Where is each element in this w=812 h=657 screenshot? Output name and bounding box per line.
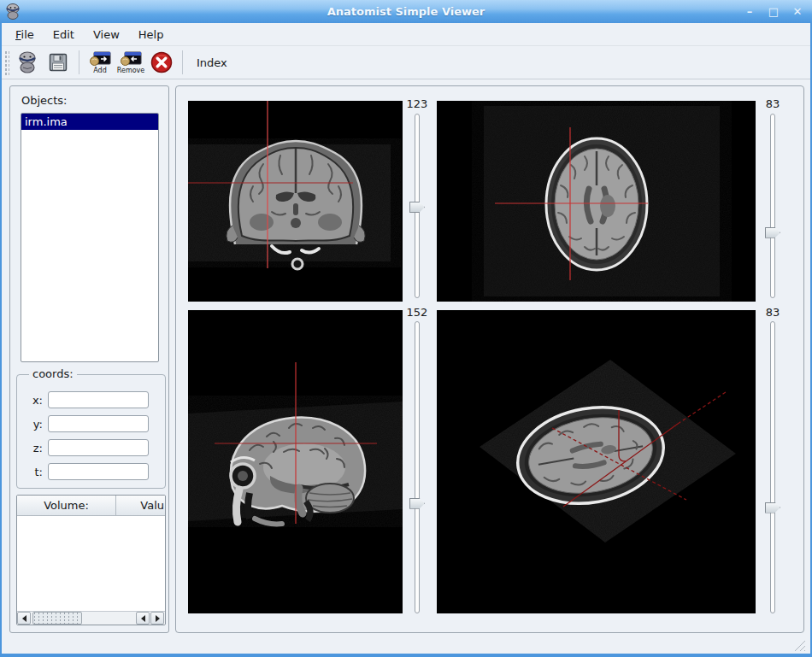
add-object-icon <box>89 51 111 67</box>
remove-object-icon <box>120 51 142 67</box>
x-field[interactable] <box>48 391 149 408</box>
delete-button[interactable] <box>146 48 177 77</box>
slider-handle[interactable] <box>765 502 780 513</box>
x-label: x: <box>17 394 43 407</box>
coronal-slice-slider: 123 <box>403 97 431 298</box>
right-arrow-icon <box>156 615 160 622</box>
add-button-label: Add <box>93 67 107 74</box>
menu-file[interactable]: File <box>7 26 43 44</box>
slider-track[interactable] <box>415 114 420 298</box>
z-field[interactable] <box>48 439 149 456</box>
sagittal-slice-slider: 152 <box>403 306 431 613</box>
axial-view[interactable] <box>437 101 756 302</box>
save-icon <box>48 52 68 73</box>
left-arrow-icon <box>141 615 145 622</box>
axial-view-image[interactable] <box>437 101 756 302</box>
scrollbar-thumb[interactable] <box>32 612 82 625</box>
titlebar[interactable]: Anatomist Simple Viewer – □ ✕ <box>0 0 812 23</box>
table-body <box>17 516 165 612</box>
sagittal-slice-value: 152 <box>403 306 431 320</box>
y-field[interactable] <box>48 415 149 432</box>
index-label: Index <box>197 56 227 69</box>
t-field[interactable] <box>48 463 149 480</box>
scroll-left-button[interactable] <box>17 612 31 625</box>
slider-track[interactable] <box>770 321 775 613</box>
menu-edit[interactable]: Edit <box>44 26 83 44</box>
maximize-button[interactable]: □ <box>766 4 781 20</box>
sagittal-brain <box>231 418 365 525</box>
window-title: Anatomist Simple Viewer <box>0 5 812 18</box>
resize-grip[interactable] <box>793 639 805 651</box>
app-window: Anatomist Simple Viewer – □ ✕ File Edit … <box>0 0 812 657</box>
toolbar-separator <box>79 50 79 74</box>
volume-column-header[interactable]: Volume: <box>17 496 116 516</box>
list-item[interactable]: irm.ima <box>21 114 158 130</box>
close-button[interactable]: ✕ <box>790 4 805 20</box>
coords-groupbox: coords: x: y: z: t: <box>16 374 166 489</box>
coronal-view-image[interactable] <box>188 101 403 302</box>
volume-value-table: Volume: Valu <box>16 495 166 625</box>
sidebar: Objects: irm.ima coords: x: y: z: <box>9 85 169 633</box>
left-arrow-icon <box>22 615 26 622</box>
scroll-right-button[interactable] <box>150 612 164 625</box>
y-label: y: <box>17 418 43 431</box>
z-label: z: <box>17 442 43 455</box>
menu-help[interactable]: Help <box>130 26 173 44</box>
objects-label: Objects: <box>21 94 68 107</box>
save-button[interactable] <box>43 48 74 77</box>
toolbar-separator <box>182 50 183 74</box>
delete-icon <box>150 51 173 73</box>
menubar: File Edit View Help <box>2 23 810 46</box>
toolbar-drag-handle[interactable] <box>3 50 9 75</box>
coords-title: coords: <box>29 367 77 380</box>
anatomist-logo-button[interactable] <box>12 48 43 77</box>
slider-handle[interactable] <box>409 498 425 509</box>
client-area: File Edit View Help <box>2 23 810 654</box>
t-label: t: <box>17 466 43 478</box>
horizontal-scrollbar[interactable] <box>17 611 165 625</box>
coronal-slice-value: 123 <box>403 97 431 111</box>
viewer-panel: 123 83 152 83 <box>175 85 804 633</box>
sagittal-view-image[interactable] <box>188 310 403 613</box>
add-object-button[interactable]: Add <box>85 48 115 77</box>
sagittal-view[interactable] <box>188 310 403 613</box>
oblique-slice-slider: 83 <box>759 306 786 613</box>
coronal-view[interactable] <box>188 101 403 302</box>
toolbar: Add Remove Index <box>2 46 810 79</box>
remove-button-label: Remove <box>117 67 144 74</box>
oblique-view[interactable] <box>437 310 756 613</box>
minimize-button[interactable]: – <box>742 4 757 20</box>
anatomist-logo-icon <box>16 50 38 74</box>
slider-handle[interactable] <box>765 227 780 238</box>
axial-slice-slider: 83 <box>759 97 786 298</box>
axial-brain <box>546 138 647 270</box>
menu-view[interactable]: View <box>85 26 128 44</box>
scroll-left-button-2[interactable] <box>136 612 150 625</box>
objects-list[interactable]: irm.ima <box>21 113 159 362</box>
axial-slice-value: 83 <box>759 97 786 111</box>
slider-handle[interactable] <box>409 202 425 213</box>
oblique-slice-value: 83 <box>759 306 786 320</box>
remove-object-button[interactable]: Remove <box>115 48 146 77</box>
slider-track[interactable] <box>770 114 775 298</box>
oblique-view-image[interactable] <box>437 310 756 613</box>
slider-track[interactable] <box>415 321 420 613</box>
value-column-header[interactable]: Valu <box>116 496 165 516</box>
